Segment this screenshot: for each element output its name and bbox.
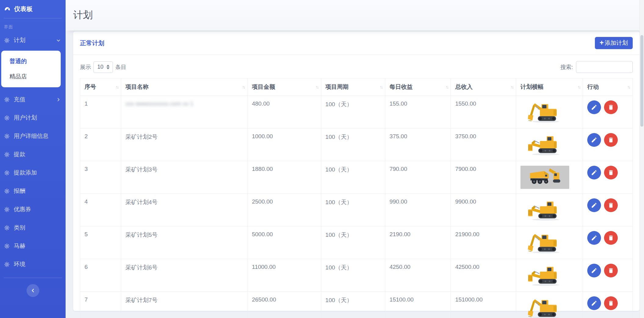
sort-arrows-icon: ↑↓ <box>242 85 245 89</box>
gear-icon <box>4 170 10 176</box>
page-header: 计划 <box>66 0 644 31</box>
cell-daily-income: 155.00 <box>385 96 451 128</box>
cell-project-amount: 5000.00 <box>247 226 321 259</box>
sidebar-item[interactable]: 提款添加 <box>0 164 66 182</box>
column-header[interactable]: 总收入↑↓ <box>451 78 516 96</box>
column-header[interactable]: 项目名称↑↓ <box>121 78 248 96</box>
edit-button[interactable] <box>587 198 601 212</box>
pencil-icon <box>591 202 597 208</box>
chevron-down-icon <box>56 38 61 43</box>
sort-arrows-icon: ↑↓ <box>445 85 448 89</box>
sidebar-item-plans[interactable]: 计划 <box>0 31 66 49</box>
delete-button[interactable] <box>604 296 618 310</box>
page-length-control: 展示 10 条目 <box>80 61 126 73</box>
excavator-image <box>522 232 567 254</box>
cell-serial: 5 <box>80 226 121 259</box>
sidebar-item[interactable]: 马赫 <box>0 237 66 255</box>
trash-icon <box>608 235 614 241</box>
card-title: 正常计划 <box>80 39 104 47</box>
scrollbar-thumb[interactable] <box>640 35 643 127</box>
delete-button[interactable] <box>604 100 618 114</box>
edit-button[interactable] <box>587 231 601 245</box>
column-header[interactable]: 项目金额↑↓ <box>247 78 321 96</box>
cell-total-income: 42500.00 <box>451 259 516 292</box>
sidebar-item-label: 环境 <box>14 260 25 268</box>
cell-project-amount: 26500.00 <box>247 292 321 318</box>
plus-icon: + <box>600 39 604 46</box>
pencil-icon <box>591 137 597 143</box>
trash-icon <box>608 104 614 110</box>
sidebar-item-recharge[interactable]: 充值 <box>0 90 66 109</box>
plan-banner-image <box>520 264 569 287</box>
dashboard-gauge-icon <box>4 6 11 13</box>
add-plan-button[interactable]: +添加计划 <box>595 37 633 49</box>
sidebar-item-dashboard[interactable]: 仪表板 <box>0 0 66 17</box>
sidebar-item-label: 报酬 <box>14 187 25 195</box>
cell-project-amount: 2500.00 <box>247 194 321 226</box>
column-header[interactable]: 项目周期↑↓ <box>321 78 385 96</box>
excavator-image <box>522 166 567 188</box>
table-row: 7 采矿计划7号 26500.00 100（天） 15100.00 151000… <box>80 292 633 318</box>
column-header[interactable]: 序号↑↓ <box>80 78 121 96</box>
length-value: 10 <box>97 64 103 70</box>
search-input[interactable] <box>576 61 633 73</box>
cell-daily-income: 2190.00 <box>385 226 451 259</box>
excavator-image <box>522 199 567 221</box>
cell-project-name: 采矿计划7号 <box>121 292 248 318</box>
plan-banner-image <box>520 296 569 318</box>
gear-icon <box>4 188 10 194</box>
delete-button[interactable] <box>604 133 618 147</box>
window-scrollbar[interactable] <box>639 0 644 318</box>
cell-serial: 1 <box>80 96 121 128</box>
column-header[interactable]: 每日收益↑↓ <box>385 78 451 96</box>
plans-card: 正常计划 +添加计划 展示 10 条目 <box>73 31 639 311</box>
cell-daily-income: 990.00 <box>385 194 451 226</box>
chevron-left-icon <box>31 288 35 293</box>
column-header[interactable]: 计划横幅↑↓ <box>516 78 583 96</box>
trash-icon <box>608 300 614 306</box>
sort-arrows-icon: ↑↓ <box>116 85 118 89</box>
cell-total-income: 7900.00 <box>451 161 516 194</box>
edit-button[interactable] <box>587 100 601 114</box>
search-label: 搜索: <box>560 63 573 71</box>
cell-project-name: 采矿计划4号 <box>121 194 248 226</box>
sidebar-collapse-button[interactable] <box>27 284 39 297</box>
plans-table: 序号↑↓项目名称↑↓项目金额↑↓项目周期↑↓每日收益↑↓总收入↑↓计划横幅↑↓行… <box>80 78 633 318</box>
plan-banner-image <box>520 166 569 189</box>
sidebar-item-label: 提款 <box>14 150 25 158</box>
updown-arrows-icon <box>106 65 110 69</box>
edit-button[interactable] <box>587 166 601 179</box>
delete-button[interactable] <box>604 198 618 212</box>
sidebar-item[interactable]: 报酬 <box>0 182 66 200</box>
sidebar-item[interactable]: 优惠券 <box>0 200 66 219</box>
cell-plan-banner <box>516 161 583 194</box>
delete-button[interactable] <box>604 166 618 179</box>
sidebar-item[interactable]: 用户详细信息 <box>0 127 66 145</box>
edit-button[interactable] <box>587 296 601 310</box>
sidebar-section-label: 界面 <box>0 18 66 31</box>
plan-banner-image <box>520 100 569 124</box>
sort-arrows-icon: ↑↓ <box>380 85 382 89</box>
page-length-select[interactable]: 10 <box>93 61 113 73</box>
cell-plan-banner <box>516 128 583 161</box>
cell-actions <box>583 128 632 161</box>
sidebar-item[interactable]: 类别 <box>0 219 66 237</box>
edit-button[interactable] <box>587 264 601 277</box>
brand-label: 仪表板 <box>14 5 33 13</box>
submenu-item-boutique[interactable]: 精品店 <box>1 69 61 84</box>
cell-plan-banner <box>516 96 583 128</box>
column-header[interactable]: 行动↑↓ <box>583 78 632 96</box>
cell-daily-income: 15100.00 <box>385 292 451 318</box>
delete-button[interactable] <box>604 264 618 277</box>
edit-button[interactable] <box>587 133 601 147</box>
cell-serial: 4 <box>80 194 121 226</box>
sidebar-item[interactable]: 环境 <box>0 255 66 273</box>
submenu-item-normal[interactable]: 普通的 <box>1 54 61 69</box>
cell-project-amount: 11000.00 <box>247 259 321 292</box>
gear-icon <box>4 133 10 139</box>
sidebar-item[interactable]: 用户计划 <box>0 109 66 127</box>
delete-button[interactable] <box>604 231 618 245</box>
sidebar-item[interactable]: 提款 <box>0 145 66 164</box>
cell-plan-banner <box>516 259 583 292</box>
chevron-right-icon <box>56 97 61 102</box>
